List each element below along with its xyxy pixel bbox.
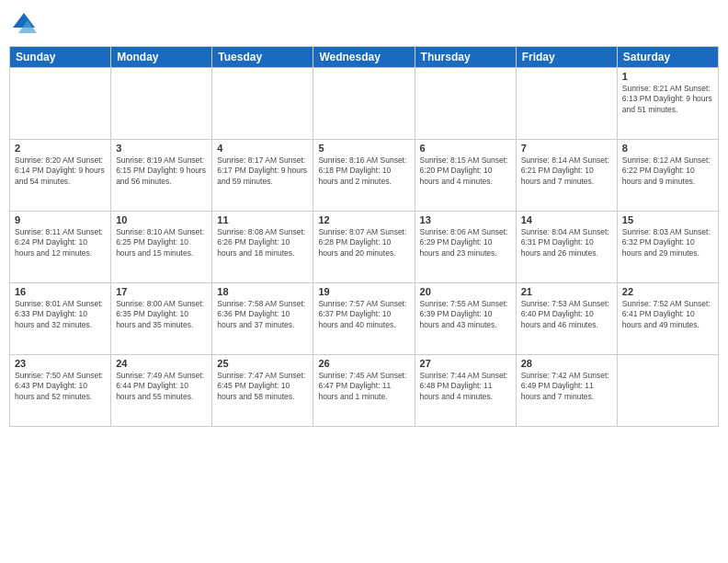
- day-number: 3: [116, 143, 207, 154]
- day-info: Sunrise: 7:42 AM Sunset: 6:49 PM Dayligh…: [521, 371, 612, 402]
- calendar-cell: [617, 355, 718, 427]
- day-number: 25: [217, 358, 308, 369]
- calendar-cell: 25Sunrise: 7:47 AM Sunset: 6:45 PM Dayli…: [212, 355, 313, 427]
- day-number: 10: [116, 214, 207, 225]
- day-number: 15: [622, 214, 713, 225]
- day-info: Sunrise: 7:47 AM Sunset: 6:45 PM Dayligh…: [217, 371, 308, 402]
- calendar-cell: 18Sunrise: 7:58 AM Sunset: 6:36 PM Dayli…: [212, 283, 313, 355]
- day-number: 12: [318, 214, 409, 225]
- day-number: 5: [318, 143, 409, 154]
- day-info: Sunrise: 7:53 AM Sunset: 6:40 PM Dayligh…: [521, 299, 612, 330]
- calendar-cell: 5Sunrise: 8:16 AM Sunset: 6:18 PM Daylig…: [313, 140, 415, 212]
- calendar-table: SundayMondayTuesdayWednesdayThursdayFrid…: [9, 46, 719, 427]
- day-info: Sunrise: 8:17 AM Sunset: 6:17 PM Dayligh…: [217, 155, 308, 187]
- day-info: Sunrise: 8:06 AM Sunset: 6:29 PM Dayligh…: [420, 227, 511, 259]
- day-info: Sunrise: 7:57 AM Sunset: 6:37 PM Dayligh…: [318, 299, 409, 330]
- weekday-header-friday: Friday: [516, 47, 617, 68]
- day-info: Sunrise: 7:55 AM Sunset: 6:39 PM Dayligh…: [420, 299, 511, 330]
- week-row-0: 1Sunrise: 8:21 AM Sunset: 6:13 PM Daylig…: [10, 68, 719, 140]
- calendar-cell: 12Sunrise: 8:07 AM Sunset: 6:28 PM Dayli…: [313, 212, 415, 283]
- day-number: 14: [521, 214, 612, 225]
- calendar-cell: 26Sunrise: 7:45 AM Sunset: 6:47 PM Dayli…: [313, 355, 415, 427]
- day-number: 19: [318, 286, 409, 297]
- day-info: Sunrise: 8:07 AM Sunset: 6:28 PM Dayligh…: [318, 227, 409, 259]
- calendar-cell: 1Sunrise: 8:21 AM Sunset: 6:13 PM Daylig…: [617, 68, 718, 140]
- calendar-cell: 4Sunrise: 8:17 AM Sunset: 6:17 PM Daylig…: [212, 140, 313, 212]
- day-info: Sunrise: 8:03 AM Sunset: 6:32 PM Dayligh…: [622, 227, 713, 259]
- day-info: Sunrise: 8:04 AM Sunset: 6:31 PM Dayligh…: [521, 227, 612, 259]
- calendar-cell: 23Sunrise: 7:50 AM Sunset: 6:43 PM Dayli…: [10, 355, 111, 427]
- calendar-cell: [10, 68, 111, 140]
- logo: [9, 9, 39, 39]
- calendar-cell: 16Sunrise: 8:01 AM Sunset: 6:33 PM Dayli…: [10, 283, 111, 355]
- calendar-cell: 19Sunrise: 7:57 AM Sunset: 6:37 PM Dayli…: [313, 283, 415, 355]
- day-number: 22: [622, 286, 713, 297]
- calendar-cell: [212, 68, 313, 140]
- day-number: 27: [420, 358, 511, 369]
- header: [9, 9, 719, 39]
- calendar-cell: 22Sunrise: 7:52 AM Sunset: 6:41 PM Dayli…: [617, 283, 718, 355]
- day-number: 23: [15, 358, 106, 369]
- calendar-cell: 17Sunrise: 8:00 AM Sunset: 6:35 PM Dayli…: [111, 283, 212, 355]
- day-number: 1: [622, 71, 713, 82]
- day-info: Sunrise: 7:44 AM Sunset: 6:48 PM Dayligh…: [420, 371, 511, 402]
- weekday-header-sunday: Sunday: [10, 47, 111, 68]
- calendar-cell: 8Sunrise: 8:12 AM Sunset: 6:22 PM Daylig…: [617, 140, 718, 212]
- weekday-header-thursday: Thursday: [415, 47, 516, 68]
- calendar-cell: 3Sunrise: 8:19 AM Sunset: 6:15 PM Daylig…: [111, 140, 212, 212]
- calendar-cell: 28Sunrise: 7:42 AM Sunset: 6:49 PM Dayli…: [516, 355, 617, 427]
- day-number: 18: [217, 286, 308, 297]
- day-number: 2: [15, 143, 106, 154]
- weekday-header-saturday: Saturday: [617, 47, 718, 68]
- day-info: Sunrise: 8:11 AM Sunset: 6:24 PM Dayligh…: [15, 227, 106, 259]
- day-number: 6: [420, 143, 511, 154]
- day-number: 16: [15, 286, 106, 297]
- day-number: 11: [217, 214, 308, 225]
- day-number: 28: [521, 358, 612, 369]
- day-number: 4: [217, 143, 308, 154]
- day-number: 7: [521, 143, 612, 154]
- day-info: Sunrise: 8:00 AM Sunset: 6:35 PM Dayligh…: [116, 299, 207, 330]
- calendar-cell: 11Sunrise: 8:08 AM Sunset: 6:26 PM Dayli…: [212, 212, 313, 283]
- week-row-1: 2Sunrise: 8:20 AM Sunset: 6:14 PM Daylig…: [10, 140, 719, 212]
- day-number: 8: [622, 143, 713, 154]
- day-number: 17: [116, 286, 207, 297]
- calendar-cell: 7Sunrise: 8:14 AM Sunset: 6:21 PM Daylig…: [516, 140, 617, 212]
- calendar-cell: [313, 68, 415, 140]
- calendar-cell: 2Sunrise: 8:20 AM Sunset: 6:14 PM Daylig…: [10, 140, 111, 212]
- day-number: 24: [116, 358, 207, 369]
- weekday-header-tuesday: Tuesday: [212, 47, 313, 68]
- calendar-cell: 20Sunrise: 7:55 AM Sunset: 6:39 PM Dayli…: [415, 283, 516, 355]
- week-row-4: 23Sunrise: 7:50 AM Sunset: 6:43 PM Dayli…: [10, 355, 719, 427]
- week-row-2: 9Sunrise: 8:11 AM Sunset: 6:24 PM Daylig…: [10, 212, 719, 283]
- day-info: Sunrise: 7:58 AM Sunset: 6:36 PM Dayligh…: [217, 299, 308, 330]
- weekday-header-row: SundayMondayTuesdayWednesdayThursdayFrid…: [10, 47, 719, 68]
- day-info: Sunrise: 8:08 AM Sunset: 6:26 PM Dayligh…: [217, 227, 308, 259]
- weekday-header-wednesday: Wednesday: [313, 47, 415, 68]
- day-info: Sunrise: 8:12 AM Sunset: 6:22 PM Dayligh…: [622, 155, 713, 187]
- logo-icon: [9, 9, 39, 39]
- day-number: 20: [420, 286, 511, 297]
- weekday-header-monday: Monday: [111, 47, 212, 68]
- day-number: 21: [521, 286, 612, 297]
- page: SundayMondayTuesdayWednesdayThursdayFrid…: [0, 0, 728, 563]
- calendar-cell: [415, 68, 516, 140]
- day-info: Sunrise: 8:21 AM Sunset: 6:13 PM Dayligh…: [622, 84, 713, 115]
- calendar-cell: 13Sunrise: 8:06 AM Sunset: 6:29 PM Dayli…: [415, 212, 516, 283]
- day-info: Sunrise: 8:01 AM Sunset: 6:33 PM Dayligh…: [15, 299, 106, 330]
- day-info: Sunrise: 7:50 AM Sunset: 6:43 PM Dayligh…: [15, 371, 106, 402]
- calendar-cell: [111, 68, 212, 140]
- day-info: Sunrise: 8:14 AM Sunset: 6:21 PM Dayligh…: [521, 155, 612, 187]
- day-info: Sunrise: 8:10 AM Sunset: 6:25 PM Dayligh…: [116, 227, 207, 259]
- week-row-3: 16Sunrise: 8:01 AM Sunset: 6:33 PM Dayli…: [10, 283, 719, 355]
- calendar-cell: 6Sunrise: 8:15 AM Sunset: 6:20 PM Daylig…: [415, 140, 516, 212]
- calendar-cell: 21Sunrise: 7:53 AM Sunset: 6:40 PM Dayli…: [516, 283, 617, 355]
- calendar-cell: 9Sunrise: 8:11 AM Sunset: 6:24 PM Daylig…: [10, 212, 111, 283]
- calendar-cell: [516, 68, 617, 140]
- day-info: Sunrise: 7:45 AM Sunset: 6:47 PM Dayligh…: [318, 371, 409, 402]
- calendar-cell: 15Sunrise: 8:03 AM Sunset: 6:32 PM Dayli…: [617, 212, 718, 283]
- calendar-cell: 10Sunrise: 8:10 AM Sunset: 6:25 PM Dayli…: [111, 212, 212, 283]
- day-info: Sunrise: 8:16 AM Sunset: 6:18 PM Dayligh…: [318, 155, 409, 187]
- day-number: 26: [318, 358, 409, 369]
- day-info: Sunrise: 8:20 AM Sunset: 6:14 PM Dayligh…: [15, 155, 106, 187]
